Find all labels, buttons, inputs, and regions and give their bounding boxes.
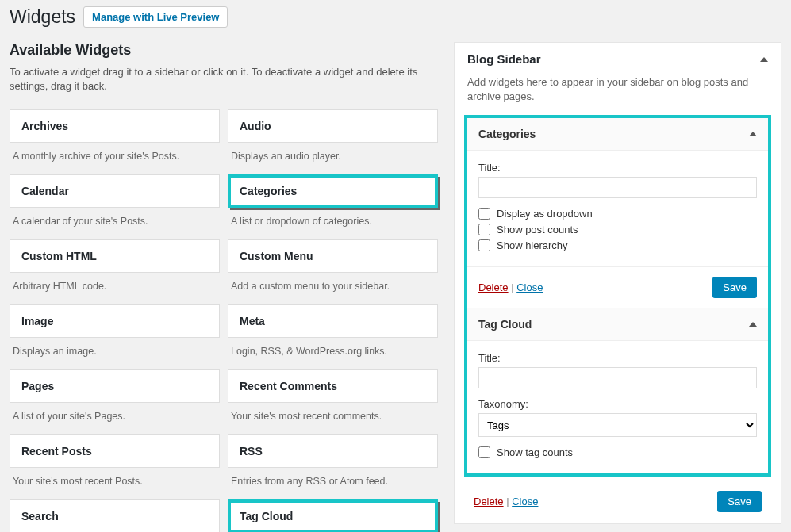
page-title: Widgets Manage with Live Preview xyxy=(10,6,781,28)
delete-link-categories[interactable]: Delete xyxy=(478,281,509,293)
widget-audio[interactable]: Audio xyxy=(228,109,438,143)
widget-archives-desc: A monthly archive of your site's Posts. xyxy=(10,143,220,174)
widget-calendar[interactable]: Calendar xyxy=(10,174,220,208)
chevron-up-icon xyxy=(760,57,768,62)
widget-custom-menu[interactable]: Custom Menu xyxy=(228,239,438,273)
widget-calendar-desc: A calendar of your site's Posts. xyxy=(10,208,220,239)
page-title-text: Widgets xyxy=(10,6,75,28)
close-link-tagcloud[interactable]: Close xyxy=(512,496,538,507)
available-widgets-heading: Available Widgets xyxy=(10,42,438,59)
label-show-post-counts: Show post counts xyxy=(497,224,578,235)
widget-head-categories[interactable]: Categories xyxy=(467,118,768,151)
widget-recent-comments[interactable]: Recent Comments xyxy=(228,369,438,403)
close-link-categories[interactable]: Close xyxy=(516,281,543,293)
tagcloud-taxonomy-select[interactable]: Tags xyxy=(478,413,757,437)
widget-categories[interactable]: Categories xyxy=(228,174,438,208)
widget-recent-posts[interactable]: Recent Posts xyxy=(10,434,220,468)
delete-link-tagcloud[interactable]: Delete xyxy=(474,496,504,507)
widget-rss-desc: Entries from any RSS or Atom feed. xyxy=(228,468,438,499)
available-widgets-desc: To activate a widget drag it to a sideba… xyxy=(10,65,438,94)
widget-name-tagcloud: Tag Cloud xyxy=(478,318,532,331)
chevron-up-icon xyxy=(749,132,757,136)
checkbox-show-post-counts[interactable] xyxy=(478,224,490,235)
widget-image[interactable]: Image xyxy=(10,304,220,338)
highlighted-widgets-group: Categories Title: Display as dropdown xyxy=(464,115,771,477)
checkbox-show-tag-counts[interactable] xyxy=(478,446,490,458)
checkbox-display-as-dropdown[interactable] xyxy=(478,208,490,220)
widget-custom-html[interactable]: Custom HTML xyxy=(10,239,220,273)
label-display-as-dropdown: Display as dropdown xyxy=(497,208,593,220)
label-show-tag-counts: Show tag counts xyxy=(497,446,573,458)
categories-title-input[interactable] xyxy=(478,177,757,198)
chevron-up-icon xyxy=(749,322,757,327)
widget-rss[interactable]: RSS xyxy=(228,434,438,468)
sidebar-zone-title: Blog Sidebar xyxy=(467,52,541,66)
sidebar-widget-tagcloud: Tag Cloud Title: Taxonomy: Tags xyxy=(467,308,768,473)
widget-image-desc: Displays an image. xyxy=(10,338,220,369)
categories-title-label: Title: xyxy=(478,162,757,174)
widget-recent-comments-desc: Your site's most recent comments. xyxy=(228,403,438,434)
widget-audio-desc: Displays an audio player. xyxy=(228,143,438,174)
sidebar-zone-header[interactable]: Blog Sidebar xyxy=(455,43,781,75)
widget-tag-cloud[interactable]: Tag Cloud xyxy=(228,499,438,532)
widget-head-tagcloud[interactable]: Tag Cloud xyxy=(467,308,768,341)
widget-categories-desc: A list or dropdown of categories. xyxy=(228,208,438,239)
save-button-categories[interactable]: Save xyxy=(712,277,757,298)
widget-recent-posts-desc: Your site's most recent Posts. xyxy=(10,468,220,499)
sidebar-zone-desc: Add widgets here to appear in your sideb… xyxy=(455,75,781,115)
widget-meta[interactable]: Meta xyxy=(228,304,438,338)
save-button-tagcloud[interactable]: Save xyxy=(717,491,762,512)
widget-custom-html-desc: Arbitrary HTML code. xyxy=(10,273,220,304)
widget-meta-desc: Login, RSS, & WordPress.org links. xyxy=(228,338,438,369)
widget-search[interactable]: Search xyxy=(10,499,220,532)
tagcloud-taxonomy-label: Taxonomy: xyxy=(478,398,757,410)
manage-live-preview-button[interactable]: Manage with Live Preview xyxy=(83,6,228,28)
label-show-hierarchy: Show hierarchy xyxy=(497,239,568,251)
widget-pages[interactable]: Pages xyxy=(10,369,220,403)
widget-name-categories: Categories xyxy=(478,128,536,140)
widget-custom-menu-desc: Add a custom menu to your sidebar. xyxy=(228,273,438,304)
widget-archives[interactable]: Archives xyxy=(10,109,220,143)
available-widgets-grid: Archives Audio A monthly archive of your… xyxy=(10,109,438,532)
widget-pages-desc: A list of your site's Pages. xyxy=(10,403,220,434)
tagcloud-title-label: Title: xyxy=(478,352,757,364)
checkbox-show-hierarchy[interactable] xyxy=(478,239,490,251)
sidebar-widget-categories: Categories Title: Display as dropdown xyxy=(467,118,768,308)
tagcloud-title-input[interactable] xyxy=(478,367,757,388)
sidebar-zone-blog-sidebar: Blog Sidebar Add widgets here to appear … xyxy=(454,42,781,524)
